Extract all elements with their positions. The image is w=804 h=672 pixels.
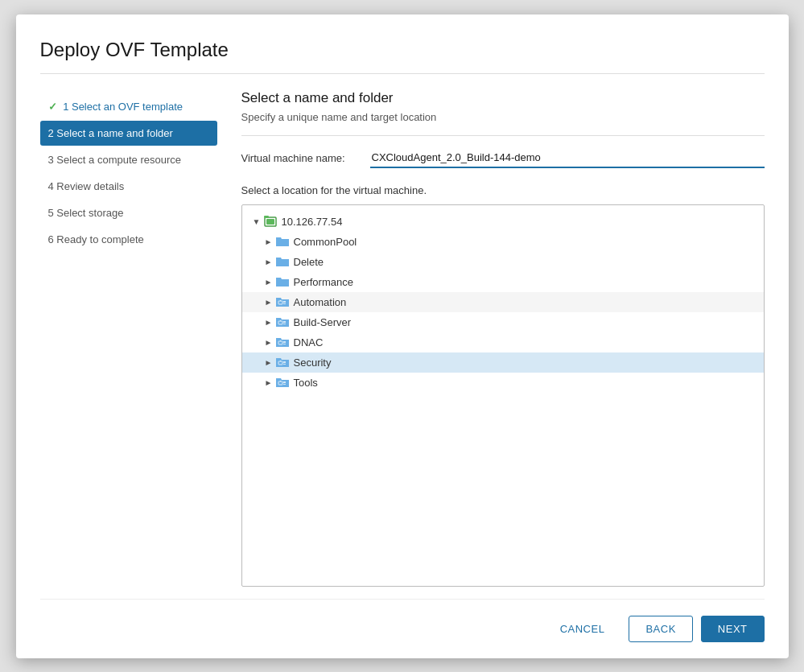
tree-item-label-buildserver: Build-Server (294, 316, 352, 328)
svg-rect-6 (283, 303, 286, 304)
sidebar: ✓ 1 Select an OVF template 2 Select a na… (40, 90, 217, 587)
tree-item-performance[interactable]: ► Performance (242, 272, 764, 292)
tree-item-label-automation: Automation (294, 296, 347, 308)
vm-folder-icon (275, 377, 290, 388)
svg-rect-17 (283, 361, 286, 363)
next-button[interactable]: NEXT (701, 616, 765, 642)
dialog-title: Deploy OVF Template (40, 39, 765, 74)
vm-folder-icon (275, 336, 290, 348)
chevron-right-icon[interactable]: ► (262, 358, 275, 367)
chevron-right-icon[interactable]: ► (262, 378, 275, 387)
vm-folder-icon (275, 357, 290, 368)
svg-rect-21 (283, 381, 286, 383)
sidebar-item-step6[interactable]: 6 Ready to complete (40, 227, 217, 252)
vm-folder-icon (275, 316, 290, 328)
vm-name-label: Virtual machine name: (241, 152, 362, 164)
chevron-right-icon[interactable]: ► (262, 237, 275, 246)
sidebar-item-step1[interactable]: ✓ 1 Select an OVF template (40, 94, 217, 119)
svg-rect-5 (283, 301, 286, 303)
svg-rect-18 (283, 364, 286, 365)
deploy-ovf-dialog: Deploy OVF Template ✓ 1 Select an OVF te… (16, 14, 789, 658)
svg-rect-2 (264, 216, 269, 218)
svg-rect-10 (283, 324, 286, 324)
chevron-right-icon[interactable]: ► (262, 298, 275, 307)
tree-item-buildserver[interactable]: ► Build-Server (242, 312, 764, 332)
folder-icon (275, 256, 290, 267)
tree-container: ▼ 10.126.77.54 ► (241, 204, 765, 587)
location-label: Select a location for the virtual machin… (241, 184, 765, 196)
tree-item-label-security: Security (294, 357, 332, 369)
check-icon: ✓ (48, 101, 57, 113)
dialog-body: ✓ 1 Select an OVF template 2 Select a na… (40, 90, 765, 587)
tree-item-dnac[interactable]: ► DNAC (242, 332, 764, 352)
datacenter-icon (263, 216, 278, 227)
tree-item-label-delete: Delete (294, 256, 324, 268)
tree-root[interactable]: ▼ 10.126.77.54 (242, 212, 764, 232)
folder-icon (275, 236, 290, 247)
chevron-right-icon[interactable]: ► (262, 278, 275, 287)
section-title: Select a name and folder (241, 90, 765, 106)
sidebar-item-step2[interactable]: 2 Select a name and folder (40, 121, 217, 146)
tree-item-label-dnac: DNAC (294, 336, 324, 348)
section-subtitle: Specify a unique name and target locatio… (241, 111, 765, 136)
chevron-down-icon[interactable]: ▼ (250, 217, 263, 226)
tree-item-label-commonpool: CommonPool (294, 236, 357, 248)
svg-rect-14 (283, 344, 286, 344)
sidebar-item-step3[interactable]: 3 Select a compute resource (40, 147, 217, 172)
tree-item-label-tools: Tools (294, 377, 318, 389)
tree-item-tools[interactable]: ► Tools (242, 373, 764, 393)
vm-folder-icon (275, 296, 290, 307)
svg-rect-9 (283, 321, 286, 323)
chevron-right-icon[interactable]: ► (262, 258, 275, 266)
tree-item-delete[interactable]: ► Delete (242, 252, 764, 272)
chevron-right-icon[interactable]: ► (262, 338, 275, 347)
svg-rect-13 (283, 341, 286, 343)
sidebar-item-step4[interactable]: 4 Review details (40, 174, 217, 199)
svg-rect-22 (283, 384, 286, 385)
cancel-button[interactable]: CANCEL (544, 616, 621, 641)
main-content: Select a name and folder Specify a uniqu… (241, 90, 765, 587)
tree-item-commonpool[interactable]: ► CommonPool (242, 232, 764, 252)
folder-icon (275, 276, 290, 287)
back-button[interactable]: BACK (629, 616, 692, 642)
tree-item-security[interactable]: ► Security (242, 352, 764, 373)
vm-name-input[interactable] (370, 148, 765, 168)
tree-item-automation[interactable]: ► Automation (242, 292, 764, 312)
vm-name-row: Virtual machine name: (241, 148, 765, 168)
dialog-footer: CANCEL BACK NEXT (40, 599, 765, 642)
chevron-right-icon[interactable]: ► (262, 318, 275, 327)
tree-item-label-performance: Performance (294, 276, 353, 288)
svg-rect-1 (266, 219, 274, 225)
tree-root-label: 10.126.77.54 (282, 216, 343, 228)
sidebar-item-step5[interactable]: 5 Select storage (40, 200, 217, 225)
